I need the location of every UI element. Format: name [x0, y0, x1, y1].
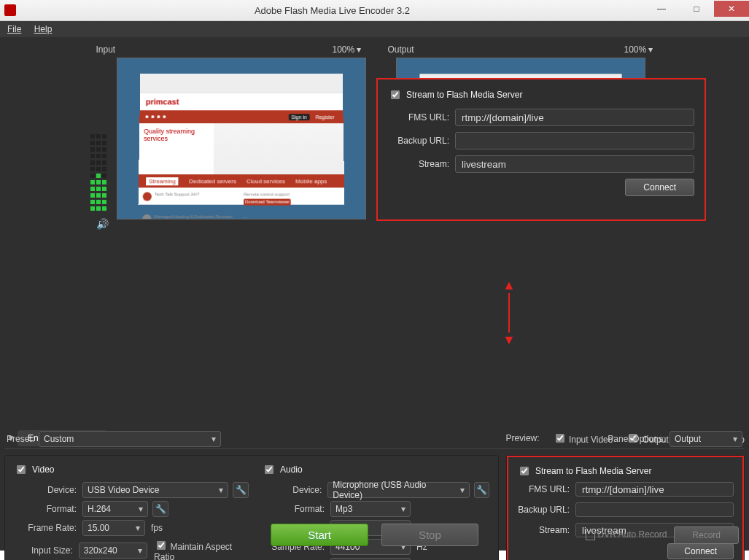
- app-icon: [4, 4, 16, 16]
- output-stream-checkbox-row[interactable]: Stream to Flash Media Server: [517, 464, 734, 478]
- input-preview-label: Input: [96, 44, 116, 55]
- preview-label: Preview:: [506, 433, 540, 443]
- output-preview-label: Output: [388, 44, 414, 55]
- video-heading: Video: [32, 464, 54, 475]
- stream-input[interactable]: [455, 155, 694, 173]
- menu-file[interactable]: File: [7, 24, 21, 34]
- stream-overlay-checkbox-row[interactable]: Stream to Flash Media Server: [388, 88, 694, 101]
- backup-url-input[interactable]: [455, 132, 694, 149]
- stream-overlay-title: Stream to Flash Media Server: [406, 90, 522, 100]
- audio-device-label: Device:: [262, 485, 322, 495]
- audio-heading: Audio: [280, 464, 303, 475]
- window-title: Adobe Flash Media Live Encoder 3.2: [20, 5, 644, 16]
- audio-device-select[interactable]: Microphone (USB Audio Device): [327, 482, 470, 498]
- speaker-icon: 🔊: [93, 218, 113, 230]
- close-button[interactable]: ✕: [714, 1, 749, 17]
- toggle-input-video[interactable]: Input Video: [553, 432, 613, 445]
- fms-url-label: FMS URL:: [388, 112, 449, 122]
- annotation-arrow: ▲ ▼: [502, 278, 516, 348]
- video-format-select[interactable]: H.264: [82, 501, 148, 517]
- stop-button: Stop: [381, 524, 478, 546]
- bottom-bar: Start Stop DVR Auto Record Record: [0, 524, 749, 546]
- out-backup-label: Backup URL:: [517, 505, 570, 515]
- vu-meter-container: 🔊: [90, 58, 115, 230]
- input-zoom-select[interactable]: 100%: [332, 44, 361, 55]
- video-format-settings-icon[interactable]: 🔧: [152, 501, 168, 517]
- preset-label: Preset:: [7, 434, 34, 444]
- video-device-select[interactable]: USB Video Device: [82, 482, 228, 498]
- out-fms-label: FMS URL:: [517, 484, 570, 494]
- window-buttons: — □ ✕: [644, 4, 749, 17]
- preset-select[interactable]: Custom: [39, 431, 221, 447]
- menu-help[interactable]: Help: [34, 24, 53, 34]
- connect-button-overlay[interactable]: Connect: [625, 179, 694, 196]
- maximize-button[interactable]: □: [679, 1, 714, 17]
- audio-format-label: Format:: [262, 504, 325, 514]
- stream-label: Stream:: [388, 159, 449, 169]
- window-titlebar: Adobe Flash Media Live Encoder 3.2 — □ ✕: [0, 0, 749, 21]
- panel-options-select[interactable]: Output: [670, 431, 742, 447]
- fms-url-input[interactable]: [455, 109, 694, 126]
- backup-url-label: Backup URL:: [388, 136, 449, 146]
- stream-overlay-checkbox[interactable]: [391, 90, 400, 99]
- app-body: Input 100%: [0, 37, 749, 551]
- start-button[interactable]: Start: [271, 524, 368, 546]
- minimize-button[interactable]: —: [644, 1, 679, 17]
- audio-enable-checkbox[interactable]: [265, 465, 273, 474]
- record-button: Record: [674, 526, 739, 544]
- preset-row: Preset: Custom: [7, 431, 221, 447]
- input-preview: primcast Sign inRegister Quality streami…: [117, 58, 366, 219]
- out-fms-input[interactable]: [575, 482, 734, 497]
- menu-bar: File Help: [0, 21, 749, 37]
- video-device-settings-icon[interactable]: 🔧: [233, 482, 249, 498]
- vu-meter: [90, 58, 111, 218]
- output-stream-checkbox[interactable]: [520, 467, 529, 475]
- preview-website-mock: primcast Sign inRegister Quality streami…: [138, 74, 344, 205]
- stream-overlay-panel: Stream to Flash Media Server FMS URL: Ba…: [376, 78, 706, 221]
- video-device-label: Device:: [14, 485, 77, 495]
- out-backup-input[interactable]: [575, 502, 734, 517]
- video-enable-checkbox[interactable]: [17, 465, 26, 474]
- panel-options-label: Panel Options:: [608, 434, 665, 444]
- input-preview-column: Input 100%: [90, 42, 368, 231]
- output-zoom-select[interactable]: 100%: [624, 44, 653, 55]
- video-format-label: Format:: [14, 504, 77, 514]
- inputsize-label: Input Size:: [14, 545, 73, 556]
- audio-format-select[interactable]: Mp3: [330, 501, 411, 517]
- audio-device-settings-icon[interactable]: 🔧: [474, 482, 489, 498]
- dvr-auto-record-checkbox[interactable]: DVR Auto Record: [586, 529, 667, 540]
